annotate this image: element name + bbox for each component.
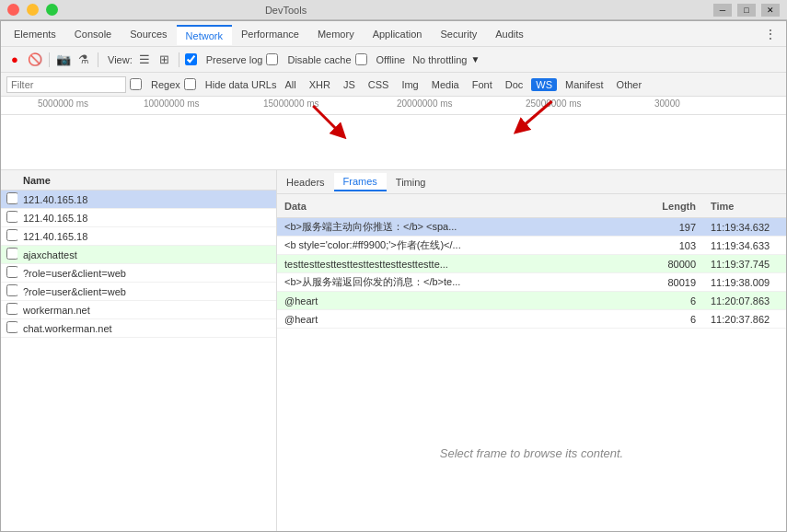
ruler-label-6: 30000 [654,98,680,109]
tab-timing[interactable]: Timing [387,174,435,191]
ruler-label-5: 25000000 ms [526,98,582,109]
row-checkbox[interactable] [6,229,17,241]
request-row[interactable]: 121.40.165.18 [1,227,276,246]
filter-input[interactable] [6,76,126,93]
tab-audits[interactable]: Audits [486,25,533,43]
hide-data-urls-label: Hide data URLs [205,79,277,90]
filter-media[interactable]: Media [427,78,464,91]
ruler-label-4: 20000000 ms [397,98,453,109]
request-table: 121.40.165.18 121.40.165.18 121.40.165.1… [1,191,276,531]
frame-row[interactable]: @heart 6 11:20:07.863 [277,292,786,310]
tab-security[interactable]: Security [431,25,486,43]
more-tabs-button[interactable]: ⋮ [758,27,782,41]
tab-memory[interactable]: Memory [308,25,364,43]
request-name: 121.40.165.18 [17,192,276,207]
header-checkbox-col [1,179,17,182]
request-name: 121.40.165.18 [17,229,276,244]
frame-row[interactable]: @heart 6 11:20:37.862 [277,310,786,329]
row-checkbox[interactable] [6,211,17,223]
col-length: Length [639,199,703,214]
frame-length: 197 [639,220,703,235]
no-throttling-label: No throttling [412,54,467,65]
col-time: Time [703,199,786,214]
ruler-label-2: 10000000 ms [144,98,200,109]
regex-label: Regex [151,79,180,90]
frame-time: 11:20:37.862 [703,312,786,327]
tab-performance[interactable]: Performance [232,25,308,43]
tab-frames[interactable]: Frames [334,173,387,191]
header-name-col: Name [17,173,276,188]
view-large-button[interactable]: ⊞ [156,52,173,68]
hide-data-urls-checkbox[interactable] [184,78,196,90]
record-button[interactable]: ● [6,52,23,68]
row-checkbox[interactable] [6,192,17,204]
empty-state: Select frame to browse its content. [277,375,786,531]
window-minimize-btn[interactable]: ─ [713,4,732,17]
toolbar-separator-1 [49,52,50,67]
row-checkbox[interactable] [6,266,17,278]
request-row[interactable]: ?role=user&client=web [1,264,276,283]
request-row[interactable]: 121.40.165.18 [1,209,276,227]
frame-row[interactable]: testtesttesttesttesttesttesttesttestte..… [277,255,786,273]
toolbar-separator-3 [179,52,179,67]
tab-sources[interactable]: Sources [121,25,176,43]
tab-network[interactable]: Network [177,25,232,45]
frame-row[interactable]: <b>从服务端返回你发的消息：</b>te... 80019 11:19:38.… [277,273,786,292]
row-checkbox[interactable] [6,248,17,260]
offline-checkbox[interactable] [355,53,367,65]
frame-time: 11:20:07.863 [703,294,786,308]
request-name: workerman.net [17,303,276,318]
timeline-area: 5000000 ms 10000000 ms 15000000 ms 20000… [1,97,786,170]
minimize-button[interactable] [27,4,39,16]
preserve-log-checkbox[interactable] [185,53,197,65]
camera-button[interactable]: 📷 [55,52,72,68]
filter-button[interactable]: ⚗ [75,52,92,68]
filter-manifest[interactable]: Manifest [561,78,608,91]
maximize-button[interactable] [46,4,58,16]
tab-elements[interactable]: Elements [5,25,65,43]
frame-data: @heart [277,294,639,308]
empty-state-message: Select frame to browse its content. [440,446,623,460]
clear-button[interactable]: 🚫 [27,52,43,68]
throttling-dropdown-icon[interactable]: ▼ [470,54,480,64]
request-row[interactable]: ?role=user&client=web [1,283,276,301]
sub-tabs-bar: Headers Frames Timing [277,170,786,194]
filter-toolbar: Regex Hide data URLs All XHR JS CSS Img … [1,73,786,97]
tab-console[interactable]: Console [65,25,121,43]
frame-length: 80000 [639,257,703,272]
filter-img[interactable]: Img [397,78,422,91]
request-list-panel: Name 121.40.165.18 121.40.165.18 121.40.… [1,170,277,531]
filter-ws[interactable]: WS [531,78,557,91]
request-name: ajaxchattest [17,248,276,262]
row-checkbox[interactable] [6,303,17,315]
frame-length: 6 [639,294,703,308]
disable-cache-checkbox[interactable] [266,53,278,65]
frame-row[interactable]: <b style='color:#ff9900;'>作者(在线)</... 10… [277,237,786,255]
close-button[interactable] [7,4,19,16]
filter-doc[interactable]: Doc [501,78,528,91]
regex-checkbox[interactable] [130,78,142,90]
filter-all[interactable]: All [280,78,300,91]
tab-application[interactable]: Application [364,25,432,43]
devtools-panel: Elements Console Sources Network Perform… [0,20,787,532]
request-row[interactable]: ajaxchattest [1,246,276,264]
view-label: View: [108,54,133,65]
window-restore-btn[interactable]: □ [737,4,756,17]
view-list-button[interactable]: ☰ [136,52,153,68]
request-name: 121.40.165.18 [17,211,276,226]
request-row[interactable]: workerman.net [1,301,276,319]
filter-css[interactable]: CSS [364,78,394,91]
filter-js[interactable]: JS [339,78,360,91]
filter-font[interactable]: Font [468,78,497,91]
filter-other[interactable]: Other [612,78,647,91]
request-row[interactable]: 121.40.165.18 [1,191,276,209]
tab-headers[interactable]: Headers [277,174,334,191]
row-checkbox[interactable] [6,284,17,296]
frame-data: <b>服务端主动向你推送：</b> <spa... [277,218,639,236]
frame-row[interactable]: <b>服务端主动向你推送：</b> <spa... 197 11:19:34.6… [277,218,786,237]
filter-xhr[interactable]: XHR [305,78,335,91]
request-row[interactable]: chat.workerman.net [1,319,276,338]
window-close-btn[interactable]: ✕ [761,4,780,17]
window-right-controls: ─ □ ✕ [713,4,780,17]
row-checkbox[interactable] [6,321,17,333]
